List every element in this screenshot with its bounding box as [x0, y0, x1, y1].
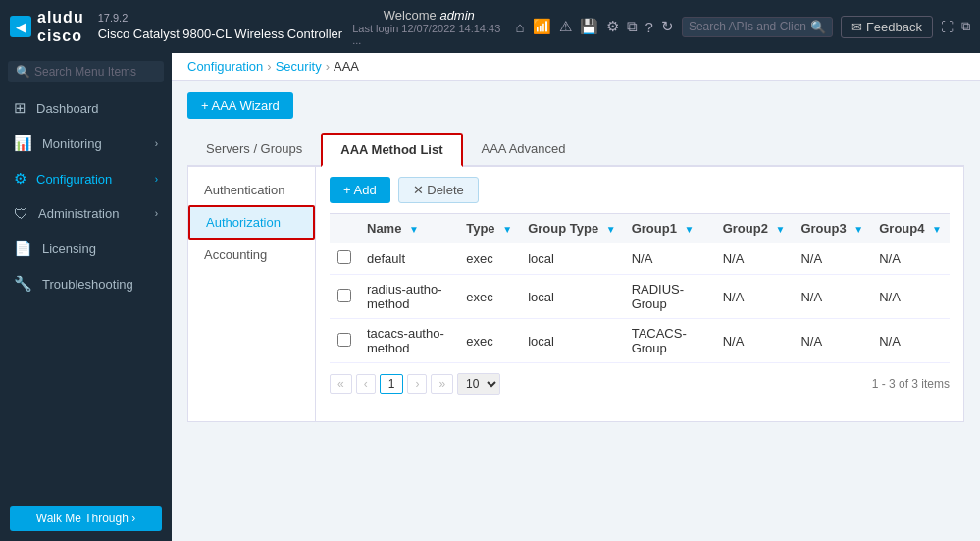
expand-icon[interactable]: ⛶ — [941, 20, 954, 34]
data-table: Name ▼ Type ▼ Group Type ▼ — [330, 213, 950, 363]
first-page-button[interactable]: « — [330, 374, 352, 394]
breadcrumb-security[interactable]: Security — [276, 59, 322, 74]
th-type: Type ▼ — [458, 214, 520, 243]
sidebar-search-input[interactable] — [34, 65, 156, 79]
search-input[interactable] — [689, 20, 806, 33]
filter-grouptype-icon[interactable]: ▼ — [606, 224, 616, 235]
cell-type: exec — [458, 243, 520, 275]
configuration-icon: ⚙ — [14, 170, 26, 188]
cell-group1: TACACS-Group — [624, 319, 715, 363]
refresh-icon[interactable]: ↻ — [661, 18, 674, 35]
cell-group1: N/A — [624, 243, 715, 275]
sub-sidebar: Authentication Authorization Accounting — [188, 167, 316, 421]
sub-item-accounting[interactable]: Accounting — [188, 240, 315, 270]
sub-item-authorization[interactable]: Authorization — [188, 205, 315, 240]
breadcrumb-sep-1: › — [267, 59, 271, 74]
table-row: default exec local N/A N/A N/A N/A — [330, 243, 950, 275]
cell-type: exec — [458, 275, 520, 319]
filter-group1-icon[interactable]: ▼ — [685, 224, 695, 235]
sidebar: 🔍 ⊞ Dashboard 📊 Monitoring › ⚙ Configura… — [0, 53, 172, 541]
th-group4: Group4 ▼ — [871, 214, 950, 243]
filter-group4-icon[interactable]: ▼ — [932, 224, 942, 235]
breadcrumb-configuration[interactable]: Configuration — [187, 59, 263, 74]
walk-me-through-button[interactable]: Walk Me Through › — [10, 506, 162, 531]
add-button[interactable]: + Add — [330, 177, 390, 203]
save-icon[interactable]: 💾 — [580, 18, 598, 35]
sidebar-item-configuration[interactable]: ⚙ Configuration › — [0, 161, 172, 196]
dashboard-icon: ⊞ — [14, 99, 26, 117]
table-area: + Add ✕ Delete Name ▼ — [316, 167, 963, 421]
last-login: Last login 12/07/2022 14:14:43 ... — [352, 23, 505, 46]
back-icon: ◀ — [16, 20, 26, 34]
gear-icon[interactable]: ⚙ — [606, 18, 619, 35]
sidebar-item-dashboard[interactable]: ⊞ Dashboard — [0, 90, 172, 126]
sidebar-item-licensing[interactable]: 📄 Licensing — [0, 231, 172, 266]
wifi-icon[interactable]: 📶 — [533, 18, 551, 35]
external-icon[interactable]: ⧉ — [961, 19, 970, 34]
copy-icon[interactable]: ⧉ — [627, 18, 638, 35]
tab-servers-groups[interactable]: Servers / Groups — [187, 133, 321, 167]
tab-method-list[interactable]: AAA Method List — [321, 133, 462, 167]
th-group3: Group3 ▼ — [793, 214, 871, 243]
page-size-select[interactable]: 10 25 50 — [457, 373, 500, 395]
sidebar-label-monitoring: Monitoring — [42, 136, 102, 151]
filter-group3-icon[interactable]: ▼ — [853, 224, 863, 235]
sidebar-item-troubleshooting[interactable]: 🔧 Troubleshooting — [0, 266, 172, 301]
home-icon[interactable]: ⌂ — [516, 19, 525, 35]
top-header: ◀ aluducisco 17.9.2 Cisco Catalyst 9800-… — [0, 0, 980, 53]
cell-group4: N/A — [871, 319, 950, 363]
row-checkbox[interactable] — [337, 333, 351, 347]
sub-item-authentication[interactable]: Authentication — [188, 175, 315, 205]
administration-icon: 🛡 — [14, 205, 28, 222]
content-inner: + AAA Wizard Servers / Groups AAA Method… — [172, 81, 980, 541]
cell-group3: N/A — [793, 243, 871, 275]
sidebar-search-box[interactable]: 🔍 — [8, 61, 164, 82]
last-page-button[interactable]: » — [431, 374, 453, 394]
header-icons: ⌂ 📶 ⚠ 💾 ⚙ ⧉ ? ↻ 🔍 ✉ Feedback ⛶ ⧉ — [516, 16, 971, 38]
content-panel: Authentication Authorization Accounting … — [187, 167, 964, 422]
tab-bar: Servers / Groups AAA Method List AAA Adv… — [187, 133, 964, 167]
feedback-button[interactable]: ✉ Feedback — [841, 16, 933, 38]
chevron-icon-monitoring: › — [155, 138, 158, 149]
licensing-icon: 📄 — [14, 240, 32, 257]
breadcrumb: Configuration › Security › AAA — [172, 53, 980, 81]
alert-icon[interactable]: ⚠ — [559, 18, 572, 35]
sidebar-label-troubleshooting: Troubleshooting — [42, 277, 133, 292]
feedback-label: Feedback — [866, 20, 922, 34]
tab-advanced[interactable]: AAA Advanced — [463, 133, 585, 167]
welcome-text: Welcome admin — [384, 8, 475, 23]
sidebar-item-monitoring[interactable]: 📊 Monitoring › — [0, 126, 172, 161]
cell-name: default — [359, 243, 458, 275]
page-controls: « ‹ 1 › » 10 25 50 — [330, 373, 500, 395]
row-checkbox[interactable] — [337, 250, 351, 264]
monitoring-icon: 📊 — [14, 135, 32, 152]
th-group2: Group2 ▼ — [715, 214, 794, 243]
prev-page-button[interactable]: ‹ — [356, 374, 376, 394]
cell-name: radius-autho-method — [359, 275, 458, 319]
action-bar: + Add ✕ Delete — [330, 177, 950, 203]
search-box[interactable]: 🔍 — [682, 17, 833, 37]
row-checkbox[interactable] — [337, 289, 351, 302]
filter-type-icon[interactable]: ▼ — [502, 224, 512, 235]
next-page-button[interactable]: › — [407, 374, 427, 394]
search-icon: 🔍 — [810, 20, 826, 34]
th-group-type: Group Type ▼ — [520, 214, 624, 243]
sidebar-bottom: Walk Me Through › — [0, 496, 172, 541]
aaa-wizard-button[interactable]: + AAA Wizard — [187, 92, 293, 119]
cell-group-type: local — [520, 243, 624, 275]
help-icon[interactable]: ? — [645, 19, 653, 35]
cell-group-type: local — [520, 275, 624, 319]
app-title: 17.9.2 Cisco Catalyst 9800-CL Wireless C… — [98, 12, 343, 41]
filter-group2-icon[interactable]: ▼ — [776, 224, 786, 235]
filter-name-icon[interactable]: ▼ — [409, 224, 419, 235]
current-page: 1 — [380, 374, 404, 394]
th-group1: Group1 ▼ — [624, 214, 715, 243]
table-header-row: Name ▼ Type ▼ Group Type ▼ — [330, 214, 950, 243]
cell-group4: N/A — [871, 275, 950, 319]
cell-name: tacacs-autho-method — [359, 319, 458, 363]
th-select — [330, 214, 359, 243]
sidebar-item-administration[interactable]: 🛡 Administration › — [0, 196, 172, 231]
back-button[interactable]: ◀ — [10, 16, 31, 37]
troubleshooting-icon: 🔧 — [14, 275, 32, 293]
delete-button[interactable]: ✕ Delete — [398, 177, 479, 203]
